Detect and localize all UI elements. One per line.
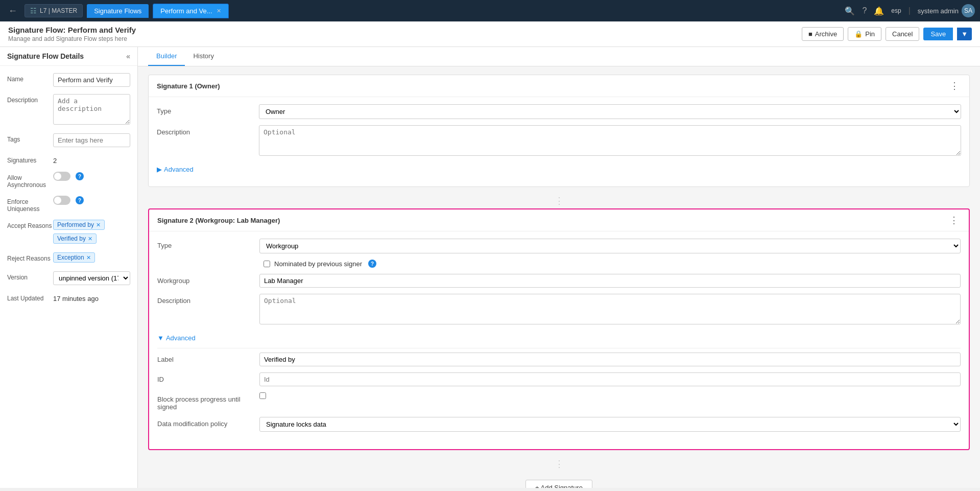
allow-async-toggle[interactable] (53, 172, 70, 181)
reject-chip-exception: Exception ✕ (53, 252, 95, 263)
archive-icon: ■ (808, 30, 812, 38)
reject-reasons-label: Reject Reasons (7, 252, 53, 262)
user-name-label: system admin (918, 7, 959, 15)
version-select[interactable]: unpinned version (17 ... (53, 271, 130, 285)
signature1-card: Signature 1 (Owner) ⋮ Type Owner Workgro… (148, 75, 970, 187)
sig2-description-textarea[interactable] (259, 294, 961, 324)
allow-async-help-icon[interactable]: ? (76, 172, 84, 180)
name-input[interactable] (53, 73, 130, 87)
help-icon[interactable]: ? (862, 6, 867, 15)
tags-label: Tags (7, 133, 53, 143)
back-button[interactable]: ← (5, 4, 20, 18)
close-tab-icon[interactable]: ✕ (217, 8, 221, 14)
sig2-nominated-checkbox[interactable] (264, 261, 270, 267)
sig2-nominated-help-icon[interactable]: ? (368, 260, 376, 268)
sig1-description-textarea[interactable] (259, 125, 961, 156)
archive-button[interactable]: ■ Archive (802, 27, 844, 41)
version-row: Version unpinned version (17 ... (7, 271, 130, 285)
save-dropdown-button[interactable]: ▼ (957, 28, 972, 40)
content-area: Builder History Signature 1 (Owner) ⋮ Ty… (138, 47, 980, 488)
add-signature-button[interactable]: + Add Signature (525, 480, 592, 488)
tab-builder[interactable]: Builder (148, 47, 185, 66)
description-field-value (53, 94, 130, 126)
sig2-description-row: Description (157, 294, 961, 326)
signatures-label: Signatures (7, 154, 53, 164)
signature1-title: Signature 1 (Owner) (157, 82, 220, 90)
sig2-block-label: Block process progress until signed (157, 392, 259, 411)
app-badge-label: L7 | MASTER (40, 7, 77, 14)
save-button[interactable]: Save (923, 28, 953, 40)
reject-reasons-tags: Exception ✕ (53, 252, 130, 264)
main-layout: Signature Flow Details « Name Descriptio… (0, 47, 980, 488)
enforce-uniqueness-help-icon[interactable]: ? (76, 196, 84, 204)
tags-input[interactable] (53, 133, 130, 147)
add-signature-row: + Add Signature (148, 472, 970, 488)
sidebar-header: Signature Flow Details « (0, 47, 137, 66)
sig2-nominated-row: Nominated by previous signer ? (157, 260, 961, 268)
sig2-workgroup-input[interactable] (259, 274, 961, 288)
allow-async-toggle-row: ? (53, 172, 130, 181)
nav-icons: 🔍 ? 🔔 esp | system admin SA (845, 4, 975, 17)
sig2-block-control (259, 392, 961, 401)
user-menu[interactable]: system admin SA (918, 4, 975, 17)
bell-icon[interactable]: 🔔 (874, 6, 884, 16)
page-title: Signature Flow: Perform and Verify (8, 26, 136, 34)
allow-async-value: ? (53, 172, 130, 181)
version-label: Version (7, 271, 53, 281)
sig2-workgroup-label: Workgroup (157, 274, 259, 285)
sig1-advanced-chevron-icon: ▶ (157, 166, 162, 173)
sig2-block-checkbox[interactable] (259, 392, 266, 399)
sig2-label-row: Label (157, 353, 961, 366)
sig2-data-mod-label: Data modification policy (157, 417, 259, 428)
sig-flows-tab[interactable]: Signature Flows (87, 4, 149, 18)
search-icon[interactable]: 🔍 (845, 6, 855, 16)
description-textarea[interactable] (53, 94, 130, 125)
signatures-value: 2 (53, 154, 130, 165)
sidebar-collapse-button[interactable]: « (126, 52, 130, 60)
pin-button[interactable]: 🔒 Pin (848, 27, 881, 41)
cancel-button[interactable]: Cancel (886, 27, 919, 41)
sig1-description-label: Description (157, 125, 259, 136)
last-updated-label: Last Updated (7, 292, 53, 302)
sig2-id-input[interactable] (259, 372, 961, 386)
save-label: Save (930, 30, 946, 38)
allow-async-row: Allow Asynchronous ? (7, 172, 130, 189)
signature2-menu-button[interactable]: ⋮ (947, 216, 961, 225)
sig2-type-select[interactable]: Owner Workgroup User Role (259, 239, 961, 253)
connector2: ⋮ (148, 456, 970, 472)
sidebar: Signature Flow Details « Name Descriptio… (0, 47, 138, 488)
sig1-type-row: Type Owner Workgroup User Role (157, 104, 961, 119)
enforce-uniqueness-toggle[interactable] (53, 196, 70, 205)
sig2-type-row: Type Owner Workgroup User Role (157, 239, 961, 253)
add-signature-label: + Add Signature (535, 484, 583, 488)
cancel-label: Cancel (892, 30, 913, 38)
connector1: ⋮ (148, 193, 970, 208)
sig1-advanced-toggle[interactable]: ▶ Advanced (157, 163, 194, 175)
signature1-menu-button[interactable]: ⋮ (948, 81, 961, 90)
accept-chip1-remove[interactable]: ✕ (96, 222, 101, 228)
signature2-header: Signature 2 (Workgroup: Lab Manager) ⋮ (149, 209, 969, 231)
current-tab[interactable]: Perform and Ve... ✕ (153, 4, 228, 18)
name-label: Name (7, 73, 53, 83)
sig2-type-label: Type (157, 239, 259, 249)
accept-chip2-remove[interactable]: ✕ (88, 236, 92, 242)
tabs-bar: Builder History (138, 47, 980, 66)
sig2-description-control (259, 294, 961, 326)
sig2-workgroup-control (259, 274, 961, 288)
sig2-description-label: Description (157, 294, 259, 305)
sidebar-title: Signature Flow Details (7, 52, 84, 60)
archive-label: Archive (815, 30, 837, 38)
sig2-label-input[interactable] (259, 353, 961, 366)
tab-history[interactable]: History (185, 47, 222, 66)
signature2-title: Signature 2 (Workgroup: Lab Manager) (157, 217, 280, 224)
sig1-type-select[interactable]: Owner Workgroup User Role (259, 104, 961, 119)
name-field-value (53, 73, 130, 87)
reject-chip1-remove[interactable]: ✕ (86, 254, 91, 261)
enforce-uniqueness-value: ? (53, 196, 130, 205)
name-field-row: Name (7, 73, 130, 87)
sig2-data-mod-select[interactable]: Signature locks data Allow modifications… (259, 417, 961, 432)
sig2-type-control: Owner Workgroup User Role (259, 239, 961, 253)
sig-flows-label: Signature Flows (94, 7, 141, 15)
signature1-body: Type Owner Workgroup User Role Descripti… (149, 97, 969, 186)
sig2-advanced-toggle[interactable]: ▼ Advanced (157, 332, 196, 344)
